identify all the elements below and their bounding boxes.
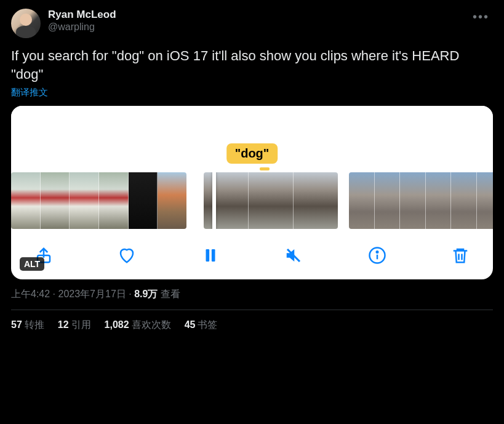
media-toolbar [11,234,493,279]
clip-frame [99,172,129,229]
heart-icon[interactable] [116,245,137,266]
tweet-container: Ryan McLeod @warpling ••• If you search … [0,0,504,340]
views-count: 8.9万 [134,289,158,299]
retweets-stat[interactable]: 57转推 [11,319,44,332]
clip-frame [249,172,294,229]
tweet-text: If you search for "dog" on iOS 17 it'll … [11,47,493,83]
clip-group-2[interactable] [204,172,338,229]
clip-frame [451,172,477,229]
info-icon[interactable] [367,245,388,266]
clip-frame [204,172,249,229]
clip-frame [426,172,452,229]
clip-frame [400,172,426,229]
media-header: "dog" [11,106,493,154]
clip-group-1[interactable] [11,172,186,229]
more-icon[interactable]: ••• [469,9,493,25]
clip-group-3[interactable] [349,172,493,229]
mute-icon[interactable] [283,245,304,266]
clip-frame [158,172,186,229]
quotes-stat[interactable]: 12引用 [58,319,91,332]
tweet-header: Ryan McLeod @warpling ••• [11,9,493,38]
display-name: Ryan McLeod [48,9,462,21]
clip-frame [294,172,338,229]
svg-point-6 [376,252,378,254]
clip-frame [477,172,494,229]
clip-frame [375,172,401,229]
avatar[interactable] [11,9,41,38]
svg-rect-2 [212,249,215,262]
pause-icon[interactable] [200,245,221,266]
trash-icon[interactable] [450,245,471,266]
bookmarks-stat[interactable]: 45书签 [185,319,218,332]
author-block[interactable]: Ryan McLeod @warpling [48,9,462,33]
playhead[interactable] [212,172,216,229]
video-timeline[interactable] [11,154,493,234]
likes-stat[interactable]: 1,082喜欢次数 [105,319,171,332]
tweet-date[interactable]: 2023年7月17日 [58,289,126,299]
handle: @warpling [48,21,462,33]
alt-badge[interactable]: ALT [20,257,44,271]
clip-frame [349,172,375,229]
svg-rect-1 [206,249,209,262]
translate-link[interactable]: 翻译推文 [11,87,48,98]
search-term-badge: "dog" [226,143,278,164]
tweet-time[interactable]: 上午4:42 [11,289,50,299]
views-label: 查看 [161,289,180,299]
tweet-meta: 上午4:42 · 2023年7月17日 · 8.9万 查看 [11,288,493,310]
tweet-stats: 57转推 12引用 1,082喜欢次数 45书签 [11,310,493,340]
timeline-marker [260,167,270,170]
media-card[interactable]: "dog" [11,106,493,279]
clip-frame [70,172,99,229]
clip-frame [11,172,41,229]
clip-frame [129,172,158,229]
clip-frame [41,172,70,229]
